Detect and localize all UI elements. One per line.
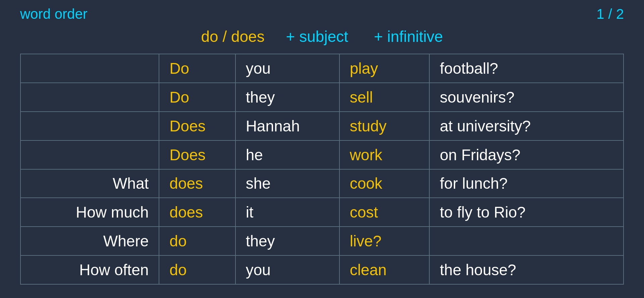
wh-cell [20, 112, 159, 140]
formula-do-does: do / does [201, 28, 264, 45]
infinitive-cell: cook [339, 169, 430, 198]
subject-cell: you [235, 255, 339, 284]
infinitive-cell: cost [339, 198, 430, 227]
subject-cell: you [235, 54, 339, 83]
wh-cell [20, 83, 159, 112]
page-number: 1 / 2 [596, 6, 624, 22]
table-row: How muchdoesitcostto fly to Rio? [20, 198, 624, 227]
do-does-cell: Does [159, 112, 235, 140]
do-does-cell: do [159, 227, 235, 255]
infinitive-cell: play [339, 54, 430, 83]
do-does-cell: does [159, 169, 235, 198]
wh-cell: How often [20, 255, 159, 284]
wh-cell [20, 140, 159, 169]
table-row: Doesheworkon Fridays? [20, 140, 624, 169]
wh-cell: Where [20, 227, 159, 255]
do-does-cell: Do [159, 54, 235, 83]
subject-cell: they [235, 227, 339, 255]
infinitive-cell: work [339, 140, 430, 169]
rest-cell: souvenirs? [429, 83, 624, 112]
infinitive-cell: sell [339, 83, 430, 112]
table-row: DoesHannahstudyat university? [20, 112, 624, 140]
do-does-cell: do [159, 255, 235, 284]
page-title: word order [20, 6, 88, 22]
main-table-container: Doyouplayfootball?Dotheysellsouvenirs?Do… [20, 54, 624, 285]
rest-cell: to fly to Rio? [429, 198, 624, 227]
wh-cell [20, 54, 159, 83]
table-row: How oftendoyoucleanthe house? [20, 255, 624, 284]
rest-cell [429, 227, 624, 255]
rest-cell: on Fridays? [429, 140, 624, 169]
wh-cell: What [20, 169, 159, 198]
wh-cell: How much [20, 198, 159, 227]
rest-cell: the house? [429, 255, 624, 284]
formula-plus-infinitive: + infinitive [374, 28, 443, 45]
subject-cell: they [235, 83, 339, 112]
infinitive-cell: study [339, 112, 430, 140]
infinitive-cell: clean [339, 255, 430, 284]
table-row: Wheredotheylive? [20, 227, 624, 255]
word-order-table: Doyouplayfootball?Dotheysellsouvenirs?Do… [20, 54, 624, 285]
do-does-cell: Does [159, 140, 235, 169]
rest-cell: football? [429, 54, 624, 83]
formula-plus-subject: + subject [286, 28, 348, 45]
do-does-cell: Do [159, 83, 235, 112]
table-row: Dotheysellsouvenirs? [20, 83, 624, 112]
rest-cell: for lunch? [429, 169, 624, 198]
rest-cell: at university? [429, 112, 624, 140]
infinitive-cell: live? [339, 227, 430, 255]
subject-cell: she [235, 169, 339, 198]
table-row: Whatdoesshecookfor lunch? [20, 169, 624, 198]
subject-cell: Hannah [235, 112, 339, 140]
formula-header: do / does + subject + infinitive [0, 23, 644, 50]
subject-cell: he [235, 140, 339, 169]
subject-cell: it [235, 198, 339, 227]
table-row: Doyouplayfootball? [20, 54, 624, 83]
do-does-cell: does [159, 198, 235, 227]
